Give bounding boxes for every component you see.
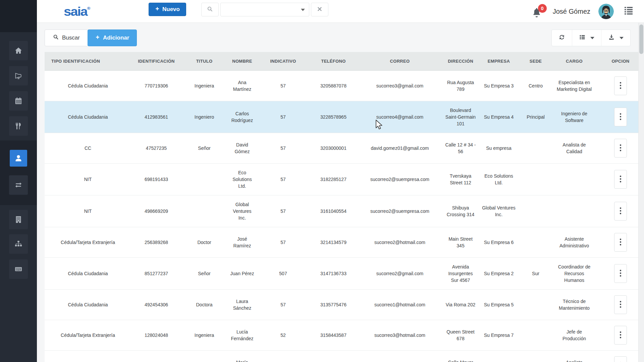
cell-telefono: 3214134579 <box>309 227 358 258</box>
cell-empresa: Su Empresa 2 <box>479 258 518 290</box>
row-options-button[interactable] <box>614 108 627 126</box>
table-row[interactable]: Cédula Ciudadania770719306IngenieraAna M… <box>45 71 644 101</box>
cell-indicativo: 57 <box>257 227 309 258</box>
ellipsis-v-icon <box>620 82 622 90</box>
cell-opcion <box>595 71 644 101</box>
sidebar-item-home[interactable] <box>9 41 28 60</box>
cell-empresa: Global Ventures Inc. <box>479 195 518 227</box>
close-icon <box>317 6 323 13</box>
clear-search-button[interactable] <box>311 3 328 16</box>
column-header-empresa: EMPRESA <box>479 52 518 71</box>
cell-empresa: Su Empresa 5 <box>479 290 518 320</box>
bell-icon <box>531 13 542 19</box>
cell-direccion: Calle Mayor 123 <box>442 351 479 362</box>
exchange-icon <box>14 181 22 189</box>
row-options-button[interactable] <box>614 139 627 158</box>
column-header-correo: CORREO <box>358 52 442 71</box>
table-row[interactable]: NIT498669209Global Ventures Inc.57316104… <box>45 195 644 227</box>
column-header-nombre: NOMBRE <box>227 52 257 71</box>
cell-correo: sucorreo1@gmail.com <box>358 351 442 362</box>
search-button[interactable]: Buscar <box>45 29 88 46</box>
cell-tipo-identificacion: Cédula Ciudadania <box>45 351 131 362</box>
cell-identificacion: 47527235 <box>131 133 181 164</box>
cell-opcion <box>595 320 644 351</box>
row-options-button[interactable] <box>614 76 627 95</box>
table-row[interactable]: Cédula Ciudadania492454306DoctoraLaura S… <box>45 290 644 320</box>
cell-direccion: Main Street 345 <box>442 227 479 258</box>
column-header-cargo: CARGO <box>553 52 595 71</box>
row-options-button[interactable] <box>614 264 627 283</box>
cell-nombre: María González <box>227 351 257 362</box>
table-body: Cédula Ciudadania770719306IngenieraAna M… <box>45 71 644 362</box>
row-options-button[interactable] <box>614 326 627 345</box>
sidebar-top-section <box>0 0 37 32</box>
new-button[interactable]: Nuevo <box>149 3 186 16</box>
table-row[interactable]: Cédula/Tarjeta Extranjería256389268Docto… <box>45 227 644 258</box>
table-row[interactable]: Cédula/Tarjeta Extranjería128024048Ingen… <box>45 320 644 351</box>
cell-tipo-identificacion: Cédula Ciudadania <box>45 71 131 101</box>
registered-mark: ® <box>87 6 91 10</box>
table-row[interactable]: NIT698191433Eco Solutions Ltd.5731822851… <box>45 164 644 195</box>
table-row[interactable]: CC47527235SeñorDavid Gómez573203000001da… <box>45 133 644 164</box>
sidebar-item-calendar[interactable] <box>9 91 28 111</box>
cell-empresa: Su Empresa 1 <box>479 351 518 362</box>
row-options-button[interactable] <box>614 356 627 362</box>
header-right-controls: 0 José Gómez <box>531 0 635 23</box>
vertical-scrollbar[interactable] <box>638 23 644 362</box>
row-options-button[interactable] <box>614 233 627 252</box>
cell-identificacion: 770719306 <box>131 71 181 101</box>
ellipsis-v-icon <box>620 301 622 309</box>
cell-titulo: Ingeniero <box>181 101 227 133</box>
cell-opcion <box>595 133 644 164</box>
global-search <box>201 3 328 16</box>
refresh-icon <box>558 34 565 42</box>
sidebar-item-company[interactable] <box>9 210 28 229</box>
table-row[interactable]: Cédula Ciudadania412983561IngenieroCarlo… <box>45 101 644 133</box>
columns-view-button[interactable] <box>572 30 601 46</box>
cell-identificacion: 412983561 <box>131 101 181 133</box>
cell-opcion <box>595 101 644 133</box>
column-header-direccion: DIRECCIÓN <box>442 52 479 71</box>
export-download-button[interactable] <box>601 30 630 46</box>
table-row[interactable]: Cédula Ciudadania950773190SeñoraMaría Go… <box>45 351 644 362</box>
caret-down-icon <box>620 37 624 39</box>
row-options-button[interactable] <box>614 202 627 221</box>
cell-correo: david.gomez01@gmail.com <box>358 133 442 164</box>
app-window: saia® Nuevo 0 José Gómez <box>0 0 644 362</box>
list-view-icon <box>579 34 586 42</box>
cell-identificacion: 256389268 <box>131 227 181 258</box>
utensils-icon <box>14 122 22 130</box>
sidebar-item-announcements[interactable] <box>9 66 28 85</box>
cell-nombre: Global Ventures Inc. <box>227 195 257 227</box>
sidebar-item-restaurant[interactable] <box>9 116 28 136</box>
cell-sede: Principal <box>518 101 553 133</box>
cell-correo: sucorreo4@gmail.com <box>358 101 442 133</box>
menu-list-button[interactable] <box>622 5 635 18</box>
caret-down-icon <box>590 37 594 39</box>
cell-correo: sucorreo2@suempresa.com <box>358 164 442 195</box>
avatar[interactable] <box>598 4 614 19</box>
search-select[interactable] <box>220 3 309 16</box>
cell-indicativo: 57 <box>257 290 309 320</box>
row-options-button[interactable] <box>614 170 627 189</box>
scrollbar-thumb[interactable] <box>639 24 643 54</box>
download-icon <box>608 34 615 42</box>
add-button[interactable]: Adicionar <box>88 29 137 46</box>
table-row[interactable]: Cédula Ciudadania851277237SeñorJuan Pére… <box>45 258 644 290</box>
sidebar-item-transfers[interactable] <box>9 175 28 195</box>
user-name[interactable]: José Gómez <box>553 8 590 15</box>
search-addon-button[interactable] <box>201 3 219 16</box>
cell-sede: Centro <box>518 71 553 101</box>
cell-direccion: Via Roma 202 <box>442 290 479 320</box>
cell-indicativo: 57 <box>257 351 309 362</box>
sidebar-item-keyboard[interactable] <box>9 259 28 279</box>
sidebar-item-org-chart[interactable] <box>9 234 28 254</box>
cell-opcion <box>595 351 644 362</box>
row-options-button[interactable] <box>614 295 627 314</box>
cell-sede <box>518 320 553 351</box>
add-button-label: Adicionar <box>103 35 129 41</box>
cell-sede <box>518 133 553 164</box>
notifications-button[interactable]: 0 <box>531 4 545 19</box>
sidebar-item-contacts[interactable] <box>10 150 27 167</box>
refresh-button[interactable] <box>552 30 572 46</box>
